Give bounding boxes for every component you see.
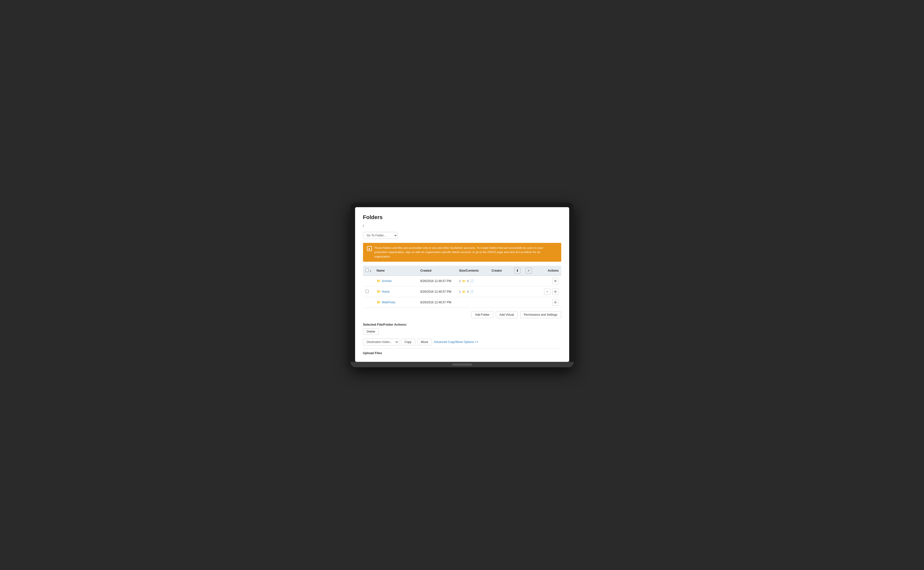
folder-count-home: 1 xyxy=(459,290,460,293)
folder-link-archive[interactable]: 📁 Archive xyxy=(376,279,416,283)
col-header-checkbox: ▼ xyxy=(363,266,374,276)
folder-icon-count-archive: 📁 xyxy=(462,279,466,283)
checkbox-home[interactable] xyxy=(366,290,369,293)
row-creator-home xyxy=(489,286,512,297)
check-header-btn[interactable]: ✓ xyxy=(526,268,532,274)
row-size-home: 1 📁 0 📄 xyxy=(456,286,489,297)
sort-arrow-check: ▼ xyxy=(369,270,372,272)
col-header-created: Created xyxy=(418,266,456,276)
col-header-name: Name xyxy=(374,266,418,276)
laptop-screen: Folders / Go To Folder... ▲ These folder… xyxy=(355,207,569,362)
row-created-home: 8/26/2016 12:46:57 PM xyxy=(418,286,456,297)
settings-btn-home[interactable]: ⚙ xyxy=(552,288,559,295)
folder-name-webposts: WebPosts xyxy=(382,300,395,304)
destination-folder-select[interactable]: Destination folder... xyxy=(363,339,399,345)
copy-button[interactable]: Copy xyxy=(401,339,415,345)
add-virtual-button[interactable]: Add Virtual xyxy=(496,311,518,318)
delete-btn-home[interactable]: ✕ xyxy=(544,288,551,295)
selected-actions-title: Selected File/Folder Actions: xyxy=(363,323,561,326)
row-creator-webposts xyxy=(489,297,512,308)
table-row: 📁 Archive 8/26/2016 12:46:57 PM 2 📁 0 📄 xyxy=(363,276,561,286)
download-header-btn[interactable]: ⬇ xyxy=(514,268,521,274)
folder-icon-count-home: 📁 xyxy=(462,290,466,293)
row-check-home xyxy=(363,286,374,297)
select-all-checkbox[interactable] xyxy=(366,269,369,272)
breadcrumb: / xyxy=(363,224,561,228)
row-chk-archive xyxy=(523,276,534,286)
table-row: 📁 WebPosts 8/26/2016 12:46:57 PM ⚙ xyxy=(363,297,561,308)
folder-icon-archive: 📁 xyxy=(376,279,381,283)
row-chk-webposts xyxy=(523,297,534,308)
folder-name-archive: Archive xyxy=(382,279,392,283)
folder-link-webposts[interactable]: 📁 WebPosts xyxy=(376,300,416,304)
settings-btn-archive[interactable]: ⚙ xyxy=(552,278,559,284)
page-title: Folders xyxy=(363,214,561,221)
alert-banner: ▲ These folders and files are accessible… xyxy=(363,243,561,262)
file-icon-count-home: 📄 xyxy=(470,290,474,293)
col-created-label: Created xyxy=(420,269,431,272)
row-check-archive xyxy=(363,276,374,286)
folder-icon-webposts: 📁 xyxy=(376,300,381,304)
folder-icon-home: 📁 xyxy=(376,290,381,293)
row-dl-archive xyxy=(512,276,523,286)
folder-link-home[interactable]: 📁 Home xyxy=(376,290,416,293)
row-size-archive: 2 📁 0 📄 xyxy=(456,276,489,286)
laptop-base xyxy=(350,362,574,367)
row-dl-webposts xyxy=(512,297,523,308)
col-creator-label: Creator xyxy=(491,269,502,272)
folder-name-home: Home xyxy=(382,290,390,293)
folder-count-archive: 2 xyxy=(459,280,460,282)
selected-actions-row: Delete xyxy=(363,328,561,335)
settings-btn-webposts[interactable]: ⚙ xyxy=(552,299,559,306)
row-actions-home: ✕ ⚙ xyxy=(534,286,561,297)
permissions-settings-button[interactable]: Permissions and Settings xyxy=(520,311,561,318)
row-actions-webposts: ⚙ xyxy=(534,297,561,308)
col-name-label: Name xyxy=(376,269,385,272)
row-created-webposts: 8/26/2016 12:46:57 PM xyxy=(418,297,456,308)
col-header-creator: Creator xyxy=(489,266,512,276)
laptop-notch xyxy=(452,363,472,366)
row-actions-archive: ⚙ xyxy=(534,276,561,286)
col-size-label: Size/Contents xyxy=(459,269,479,272)
goto-folder-select[interactable]: Go To Folder... xyxy=(363,232,398,239)
row-name-archive: 📁 Archive xyxy=(374,276,418,286)
folders-table: ▼ Name Created Size/Contents xyxy=(363,266,561,308)
col-header-download: ⬇ xyxy=(512,266,523,276)
add-folder-button[interactable]: Add Folder xyxy=(471,311,493,318)
laptop-container: Folders / Go To Folder... ▲ These folder… xyxy=(350,203,574,367)
file-count-archive: 0 xyxy=(467,280,468,282)
col-header-actions: Actions xyxy=(534,266,561,276)
file-count-home: 0 xyxy=(467,290,468,293)
upload-files-title: Upload Files xyxy=(363,348,561,355)
row-chk-home xyxy=(523,286,534,297)
move-button[interactable]: Move xyxy=(417,339,432,345)
bottom-buttons: Add Folder Add Virtual Permissions and S… xyxy=(363,311,561,318)
col-header-size: Size/Contents xyxy=(456,266,489,276)
row-size-webposts xyxy=(456,297,489,308)
page-content: Folders / Go To Folder... ▲ These folder… xyxy=(355,207,569,362)
copy-move-row: Destination folder... Copy Move Advanced… xyxy=(363,339,561,345)
goto-folder-section: Go To Folder... xyxy=(363,232,561,239)
alert-icon: ▲ xyxy=(367,246,372,251)
table-row: 📁 Home 8/26/2016 12:46:57 PM 1 📁 0 📄 xyxy=(363,286,561,297)
delete-button[interactable]: Delete xyxy=(363,328,379,335)
row-check-webposts xyxy=(363,297,374,308)
advanced-copy-move-link[interactable]: Advanced Copy/Move Options >> xyxy=(434,340,478,344)
selected-file-folder-actions: Selected File/Folder Actions: Delete Des… xyxy=(363,323,561,345)
col-actions-label: Actions xyxy=(548,269,558,272)
file-icon-count-archive: 📄 xyxy=(470,279,474,283)
row-dl-home xyxy=(512,286,523,297)
row-name-webposts: 📁 WebPosts xyxy=(374,297,418,308)
row-creator-archive xyxy=(489,276,512,286)
row-created-archive: 8/26/2016 12:46:57 PM xyxy=(418,276,456,286)
col-header-check2: ✓ xyxy=(523,266,534,276)
row-name-home: 📁 Home xyxy=(374,286,418,297)
alert-text: These folders and files are accessible o… xyxy=(375,246,557,259)
